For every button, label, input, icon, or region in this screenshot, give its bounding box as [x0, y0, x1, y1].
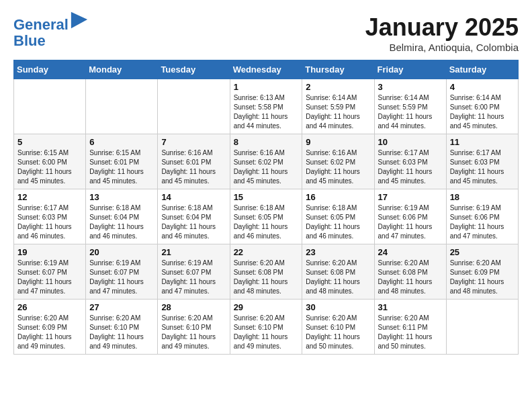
day-info-5: Sunrise: 6:15 AM Sunset: 6:00 PM Dayligh…: [17, 148, 82, 186]
day-number-20: 20: [89, 247, 154, 257]
day-number-5: 5: [17, 137, 82, 147]
day-number-14: 14: [161, 192, 226, 202]
day-info-17: Sunrise: 6:19 AM Sunset: 6:06 PM Dayligh…: [378, 203, 443, 241]
calendar-table: SundayMondayTuesdayWednesdayThursdayFrid…: [13, 60, 519, 355]
day-info-2: Sunrise: 6:14 AM Sunset: 5:59 PM Dayligh…: [306, 93, 370, 131]
day-cell-25: 25Sunrise: 6:20 AM Sunset: 6:09 PM Dayli…: [446, 244, 518, 300]
day-info-19: Sunrise: 6:19 AM Sunset: 6:07 PM Dayligh…: [17, 259, 82, 296]
day-number-24: 24: [378, 247, 443, 257]
day-info-12: Sunrise: 6:17 AM Sunset: 6:03 PM Dayligh…: [17, 203, 82, 241]
day-info-25: Sunrise: 6:20 AM Sunset: 6:09 PM Dayligh…: [450, 259, 515, 296]
day-cell-26: 26Sunrise: 6:20 AM Sunset: 6:09 PM Dayli…: [14, 300, 86, 355]
weekday-header-sunday: Sunday: [14, 60, 86, 79]
day-cell-22: 22Sunrise: 6:20 AM Sunset: 6:08 PM Dayli…: [230, 244, 302, 300]
weekday-header-wednesday: Wednesday: [230, 60, 302, 79]
day-cell-5: 5Sunrise: 6:15 AM Sunset: 6:00 PM Daylig…: [14, 134, 86, 189]
month-title: January 2025: [365, 13, 519, 42]
day-cell-30: 30Sunrise: 6:20 AM Sunset: 6:10 PM Dayli…: [302, 300, 374, 355]
day-number-6: 6: [89, 137, 154, 147]
day-number-1: 1: [234, 82, 299, 92]
day-info-30: Sunrise: 6:20 AM Sunset: 6:10 PM Dayligh…: [306, 314, 370, 351]
day-number-31: 31: [378, 302, 443, 312]
day-cell-7: 7Sunrise: 6:16 AM Sunset: 6:01 PM Daylig…: [158, 134, 230, 189]
day-info-18: Sunrise: 6:19 AM Sunset: 6:06 PM Dayligh…: [450, 203, 515, 241]
logo: General Blue: [13, 13, 89, 49]
day-cell-3: 3Sunrise: 6:14 AM Sunset: 5:59 PM Daylig…: [374, 79, 446, 134]
week-row-1: 1Sunrise: 6:13 AM Sunset: 5:58 PM Daylig…: [14, 79, 519, 134]
day-info-15: Sunrise: 6:18 AM Sunset: 6:05 PM Dayligh…: [234, 203, 299, 241]
title-block: January 2025 Belmira, Antioquia, Colombi…: [365, 13, 519, 53]
page-header: General Blue January 2025 Belmira, Antio…: [13, 13, 519, 53]
day-cell-20: 20Sunrise: 6:19 AM Sunset: 6:07 PM Dayli…: [86, 244, 158, 300]
day-cell-16: 16Sunrise: 6:18 AM Sunset: 6:05 PM Dayli…: [302, 189, 374, 244]
day-info-10: Sunrise: 6:17 AM Sunset: 6:03 PM Dayligh…: [378, 148, 443, 186]
week-row-3: 12Sunrise: 6:17 AM Sunset: 6:03 PM Dayli…: [14, 189, 519, 244]
day-cell-19: 19Sunrise: 6:19 AM Sunset: 6:07 PM Dayli…: [14, 244, 86, 300]
day-number-23: 23: [306, 247, 370, 257]
day-info-11: Sunrise: 6:17 AM Sunset: 6:03 PM Dayligh…: [450, 148, 515, 186]
logo-icon: [70, 11, 89, 30]
logo-blue: Blue: [13, 32, 46, 49]
day-info-1: Sunrise: 6:13 AM Sunset: 5:58 PM Dayligh…: [234, 93, 299, 131]
day-number-11: 11: [450, 137, 515, 147]
day-number-19: 19: [17, 247, 82, 257]
day-number-3: 3: [378, 82, 443, 92]
day-cell-13: 13Sunrise: 6:18 AM Sunset: 6:04 PM Dayli…: [86, 189, 158, 244]
day-cell-9: 9Sunrise: 6:16 AM Sunset: 6:02 PM Daylig…: [302, 134, 374, 189]
empty-cell: [86, 79, 158, 134]
day-cell-31: 31Sunrise: 6:20 AM Sunset: 6:11 PM Dayli…: [374, 300, 446, 355]
day-info-3: Sunrise: 6:14 AM Sunset: 5:59 PM Dayligh…: [378, 93, 443, 131]
day-info-16: Sunrise: 6:18 AM Sunset: 6:05 PM Dayligh…: [306, 203, 370, 241]
day-number-12: 12: [17, 192, 82, 202]
day-number-16: 16: [306, 192, 370, 202]
weekday-header-thursday: Thursday: [302, 60, 374, 79]
day-cell-12: 12Sunrise: 6:17 AM Sunset: 6:03 PM Dayli…: [14, 189, 86, 244]
day-info-9: Sunrise: 6:16 AM Sunset: 6:02 PM Dayligh…: [306, 148, 370, 186]
day-info-22: Sunrise: 6:20 AM Sunset: 6:08 PM Dayligh…: [234, 259, 299, 296]
empty-cell: [158, 79, 230, 134]
day-number-10: 10: [378, 137, 443, 147]
day-number-7: 7: [161, 137, 226, 147]
day-info-4: Sunrise: 6:14 AM Sunset: 6:00 PM Dayligh…: [450, 93, 515, 131]
day-info-21: Sunrise: 6:19 AM Sunset: 6:07 PM Dayligh…: [161, 259, 226, 296]
week-row-5: 26Sunrise: 6:20 AM Sunset: 6:09 PM Dayli…: [14, 300, 519, 355]
day-cell-17: 17Sunrise: 6:19 AM Sunset: 6:06 PM Dayli…: [374, 189, 446, 244]
day-info-6: Sunrise: 6:15 AM Sunset: 6:01 PM Dayligh…: [89, 148, 154, 186]
day-info-13: Sunrise: 6:18 AM Sunset: 6:04 PM Dayligh…: [89, 203, 154, 241]
day-cell-14: 14Sunrise: 6:18 AM Sunset: 6:04 PM Dayli…: [158, 189, 230, 244]
day-number-17: 17: [378, 192, 443, 202]
day-number-25: 25: [450, 247, 515, 257]
day-cell-11: 11Sunrise: 6:17 AM Sunset: 6:03 PM Dayli…: [446, 134, 518, 189]
day-number-18: 18: [450, 192, 515, 202]
day-cell-6: 6Sunrise: 6:15 AM Sunset: 6:01 PM Daylig…: [86, 134, 158, 189]
day-info-29: Sunrise: 6:20 AM Sunset: 6:10 PM Dayligh…: [234, 314, 299, 351]
weekday-header-monday: Monday: [86, 60, 158, 79]
day-info-31: Sunrise: 6:20 AM Sunset: 6:11 PM Dayligh…: [378, 314, 443, 351]
day-number-15: 15: [234, 192, 299, 202]
week-row-4: 19Sunrise: 6:19 AM Sunset: 6:07 PM Dayli…: [14, 244, 519, 300]
day-info-20: Sunrise: 6:19 AM Sunset: 6:07 PM Dayligh…: [89, 259, 154, 296]
day-number-4: 4: [450, 82, 515, 92]
day-cell-28: 28Sunrise: 6:20 AM Sunset: 6:10 PM Dayli…: [158, 300, 230, 355]
day-info-27: Sunrise: 6:20 AM Sunset: 6:10 PM Dayligh…: [89, 314, 154, 351]
day-number-28: 28: [161, 302, 226, 312]
day-info-26: Sunrise: 6:20 AM Sunset: 6:09 PM Dayligh…: [17, 314, 82, 351]
day-cell-29: 29Sunrise: 6:20 AM Sunset: 6:10 PM Dayli…: [230, 300, 302, 355]
weekday-header-row: SundayMondayTuesdayWednesdayThursdayFrid…: [14, 60, 519, 79]
day-number-21: 21: [161, 247, 226, 257]
empty-cell: [446, 300, 518, 355]
logo-general: General: [13, 16, 69, 33]
day-number-8: 8: [234, 137, 299, 147]
day-cell-23: 23Sunrise: 6:20 AM Sunset: 6:08 PM Dayli…: [302, 244, 374, 300]
day-number-22: 22: [234, 247, 299, 257]
day-cell-21: 21Sunrise: 6:19 AM Sunset: 6:07 PM Dayli…: [158, 244, 230, 300]
day-cell-1: 1Sunrise: 6:13 AM Sunset: 5:58 PM Daylig…: [230, 79, 302, 134]
logo-text: General Blue: [13, 13, 89, 49]
day-cell-2: 2Sunrise: 6:14 AM Sunset: 5:59 PM Daylig…: [302, 79, 374, 134]
day-info-24: Sunrise: 6:20 AM Sunset: 6:08 PM Dayligh…: [378, 259, 443, 296]
day-number-2: 2: [306, 82, 370, 92]
day-info-8: Sunrise: 6:16 AM Sunset: 6:02 PM Dayligh…: [234, 148, 299, 186]
day-cell-27: 27Sunrise: 6:20 AM Sunset: 6:10 PM Dayli…: [86, 300, 158, 355]
day-number-26: 26: [17, 302, 82, 312]
week-row-2: 5Sunrise: 6:15 AM Sunset: 6:00 PM Daylig…: [14, 134, 519, 189]
